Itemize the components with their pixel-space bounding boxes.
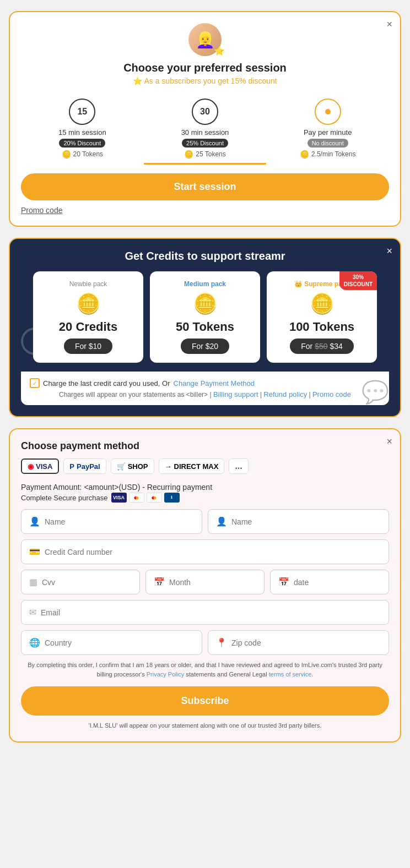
charge-text: Charge the last credit card you used, Or bbox=[43, 379, 170, 387]
pack-newbie-coin: 🪙 bbox=[76, 292, 101, 315]
direct-icon: → bbox=[165, 462, 172, 471]
credit-card-input[interactable] bbox=[45, 548, 381, 556]
globe-icon: 🌐 bbox=[29, 637, 40, 648]
session-options: 15 15 min session 20% Discount 🪙 20 Toke… bbox=[21, 94, 389, 165]
calendar-icon-month: 📅 bbox=[154, 577, 165, 587]
discount-badge-15: 20% Discount bbox=[59, 139, 105, 148]
first-name-input[interactable] bbox=[45, 517, 194, 526]
terms-of-service-link[interactable]: terms of service bbox=[269, 671, 312, 678]
person-icon-1: 👤 bbox=[29, 516, 40, 527]
paypal-label: PayPal bbox=[77, 462, 100, 471]
secure-visa-icon: VISA bbox=[111, 493, 127, 503]
paypal-icon: P bbox=[69, 462, 74, 471]
token-row-30: 🪙 25 Tokens bbox=[184, 150, 226, 159]
discount-badge-30: 25% Discount bbox=[182, 139, 228, 148]
pack-newbie-label: Newbie pack bbox=[69, 280, 107, 288]
pay-method-direct[interactable]: → DIRECT MAX bbox=[159, 458, 225, 474]
timer-ppm bbox=[315, 99, 341, 125]
location-icon: 📍 bbox=[216, 637, 227, 648]
legal-text-2: statements and General Legal bbox=[186, 671, 267, 678]
timer-15: 15 bbox=[69, 99, 95, 125]
pay-method-shop[interactable]: 🛒 SHOP bbox=[111, 458, 154, 474]
name-row: 👤 👤 bbox=[21, 509, 389, 534]
cvv-input[interactable] bbox=[42, 578, 132, 587]
pay-method-visa[interactable]: ◉ VISA bbox=[21, 458, 59, 474]
legal-text: By completing this order, I confirm that… bbox=[21, 660, 389, 679]
pack-supreme-new-price: $34 bbox=[330, 342, 342, 351]
timer-dot bbox=[325, 109, 331, 114]
token-row-15: 🪙 20 Tokens bbox=[62, 150, 104, 159]
cvv-field[interactable]: ▦ bbox=[21, 570, 140, 594]
payment-methods: ◉ VISA P PayPal 🛒 SHOP → DIRECT MAX ... bbox=[21, 458, 389, 474]
timer-30: 30 bbox=[192, 99, 218, 125]
pack-medium-coin: 🪙 bbox=[193, 292, 218, 315]
change-payment-link[interactable]: Change Payment Method bbox=[174, 379, 255, 387]
email-field[interactable]: ✉ bbox=[21, 600, 389, 625]
email-input[interactable] bbox=[41, 608, 381, 617]
country-field[interactable]: 🌐 bbox=[21, 630, 202, 655]
promo-code-link[interactable]: Promo code bbox=[21, 206, 62, 215]
payment-amount-text: Payment Amount: <amount>(USD) - Recurrin… bbox=[21, 483, 389, 492]
pack-supreme-price-button[interactable]: For $50 $34 bbox=[290, 339, 354, 354]
session-option-30min[interactable]: 30 30 min session 25% Discount 🪙 25 Toke… bbox=[144, 94, 267, 165]
card-icon: 💳 bbox=[29, 547, 40, 557]
shop-icon: 🛒 bbox=[117, 462, 126, 471]
pack-supreme-price-prefix: For bbox=[301, 342, 315, 351]
month-input[interactable] bbox=[169, 578, 256, 587]
privacy-policy-link[interactable]: Privacy Policy bbox=[147, 671, 184, 678]
person-icon-2: 👤 bbox=[216, 516, 227, 527]
pay-method-more[interactable]: ... bbox=[229, 458, 248, 474]
token-row-ppm: 🪙 2.5/min Tokens bbox=[300, 150, 356, 159]
zip-input[interactable] bbox=[231, 638, 381, 647]
pack-newbie-price-button[interactable]: For $10 bbox=[64, 339, 112, 354]
month-field[interactable]: 📅 bbox=[145, 570, 265, 594]
payment-close-button[interactable]: × bbox=[386, 436, 392, 447]
date-field[interactable]: 📅 bbox=[270, 570, 389, 594]
secure-mc2-icon: ●● bbox=[147, 493, 162, 503]
pack-newbie[interactable]: Newbie pack 🪙 20 Credits For $10 bbox=[33, 271, 143, 363]
charge-row: ✓ Charge the last credit card you used, … bbox=[30, 378, 380, 388]
session-option-ppm[interactable]: Pay per minute No discount 🪙 2.5/min Tok… bbox=[266, 94, 389, 165]
pack-medium[interactable]: Medium pack 🪙 50 Tokens For $20 bbox=[150, 271, 260, 363]
country-input[interactable] bbox=[45, 638, 194, 647]
credit-card-field[interactable]: 💳 bbox=[21, 539, 389, 564]
credits-title: Get Credits to support streamr bbox=[21, 250, 389, 263]
billing-support-link[interactable]: Billing support bbox=[213, 390, 258, 398]
session-title: Choose your preferred session bbox=[21, 62, 389, 74]
pack-supreme-amount: 100 Tokens bbox=[289, 320, 354, 334]
refund-policy-link[interactable]: Refund policy bbox=[263, 390, 307, 398]
complete-secure-text: Complete Secure purchase bbox=[21, 494, 108, 502]
avatar-container: 👱‍♀️ ⭐ bbox=[21, 23, 389, 56]
first-name-field[interactable]: 👤 bbox=[21, 509, 202, 534]
session-label-15: 15 min session bbox=[58, 128, 106, 137]
coin-icon-30: 🪙 bbox=[184, 150, 193, 159]
pack-supreme[interactable]: 30%DISCOUNT 👑 Supreme pack 🪙 100 Tokens … bbox=[267, 271, 377, 363]
payment-title: Choose payment method bbox=[21, 440, 389, 452]
credits-card: ✛ 💬 × Get Credits to support streamr New… bbox=[9, 238, 401, 417]
secure-icons: VISA ●● ●● ℹ bbox=[111, 493, 180, 503]
discount-badge-ppm: No discount bbox=[308, 139, 348, 148]
avatar-star-icon: ⭐ bbox=[214, 46, 225, 56]
direct-label: DIRECT MAX bbox=[174, 462, 219, 471]
tokens-30: 25 Tokens bbox=[196, 150, 226, 158]
date-input[interactable] bbox=[294, 578, 381, 587]
statement-text: 'I.M.L SLU' will appear on your statemen… bbox=[21, 721, 389, 730]
visa-label: VISA bbox=[36, 462, 52, 471]
last-name-field[interactable]: 👤 bbox=[208, 509, 389, 534]
pack-options: Newbie pack 🪙 20 Credits For $10 Medium … bbox=[21, 271, 389, 363]
credits-promo-link[interactable]: Promo code bbox=[312, 390, 351, 398]
pack-newbie-amount: 20 Credits bbox=[59, 320, 117, 334]
start-session-button[interactable]: Start session bbox=[21, 173, 389, 200]
credits-close-button[interactable]: × bbox=[386, 245, 392, 257]
coin-icon-15: 🪙 bbox=[62, 150, 71, 159]
more-icon: ... bbox=[235, 461, 242, 471]
cvv-icon: ▦ bbox=[29, 577, 37, 587]
last-name-input[interactable] bbox=[231, 517, 381, 526]
session-option-15min[interactable]: 15 15 min session 20% Discount 🪙 20 Toke… bbox=[21, 94, 144, 165]
zip-field[interactable]: 📍 bbox=[208, 630, 389, 655]
pay-method-paypal[interactable]: P PayPal bbox=[63, 458, 106, 474]
email-icon: ✉ bbox=[29, 607, 36, 618]
subscribe-button[interactable]: Subscribe bbox=[21, 686, 389, 716]
mastercard-icon: ◉ bbox=[28, 462, 34, 471]
pack-medium-price-button[interactable]: For $20 bbox=[181, 339, 229, 354]
